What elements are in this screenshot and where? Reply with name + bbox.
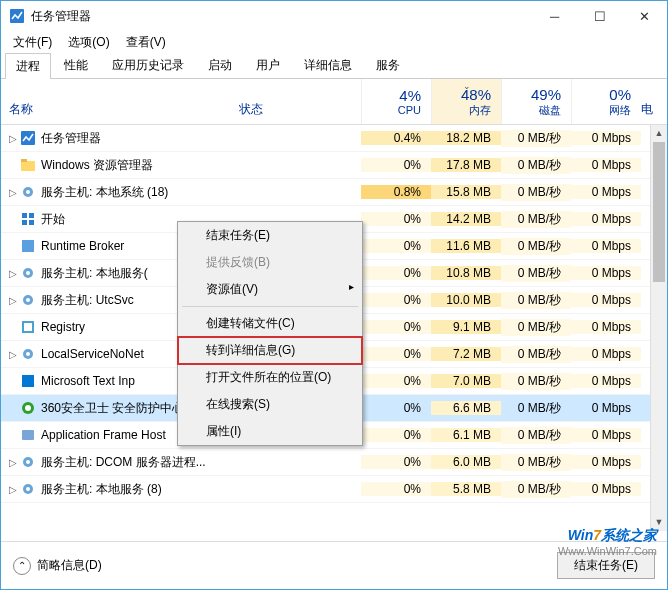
titlebar[interactable]: 任务管理器 ─ ☐ ✕ bbox=[1, 1, 667, 31]
network-cell: 0 Mbps bbox=[571, 320, 641, 334]
network-cell: 0 Mbps bbox=[571, 131, 641, 145]
process-icon bbox=[19, 319, 37, 335]
process-name: 服务主机: DCOM 服务器进程... bbox=[37, 454, 361, 471]
scroll-thumb[interactable] bbox=[653, 142, 665, 282]
expand-icon[interactable]: ▷ bbox=[1, 133, 19, 144]
expand-icon[interactable]: ▷ bbox=[1, 187, 19, 198]
expand-icon[interactable]: ▷ bbox=[1, 457, 19, 468]
tab-processes[interactable]: 进程 bbox=[5, 53, 51, 79]
header-extra[interactable]: 电 bbox=[641, 79, 661, 124]
cpu-cell: 0% bbox=[361, 158, 431, 172]
memory-cell: 18.2 MB bbox=[431, 131, 501, 145]
table-row[interactable]: ▷服务主机: DCOM 服务器进程...0%6.0 MB0 MB/秒0 Mbps bbox=[1, 449, 667, 476]
network-cell: 0 Mbps bbox=[571, 212, 641, 226]
task-manager-window: 任务管理器 ─ ☐ ✕ 文件(F) 选项(O) 查看(V) 进程 性能 应用历史… bbox=[0, 0, 668, 590]
memory-cell: 17.8 MB bbox=[431, 158, 501, 172]
scrollbar[interactable]: ▲ ▼ bbox=[650, 125, 667, 531]
ctx-search-online[interactable]: 在线搜索(S) bbox=[178, 391, 362, 418]
svg-rect-9 bbox=[29, 220, 34, 225]
svg-point-21 bbox=[25, 405, 31, 411]
disk-cell: 0 MB/秒 bbox=[501, 427, 571, 444]
table-row[interactable]: ▷服务主机: 本地服务 (8)0%5.8 MB0 MB/秒0 Mbps bbox=[1, 476, 667, 503]
network-cell: 0 Mbps bbox=[571, 185, 641, 199]
close-button[interactable]: ✕ bbox=[622, 1, 667, 31]
network-cell: 0 Mbps bbox=[571, 482, 641, 496]
tab-startup[interactable]: 启动 bbox=[197, 52, 243, 78]
tab-app-history[interactable]: 应用历史记录 bbox=[101, 52, 195, 78]
disk-cell: 0 MB/秒 bbox=[501, 265, 571, 282]
network-cell: 0 Mbps bbox=[571, 293, 641, 307]
memory-cell: 10.8 MB bbox=[431, 266, 501, 280]
cpu-cell: 0% bbox=[361, 401, 431, 415]
expand-icon[interactable]: ▷ bbox=[1, 349, 19, 360]
expand-icon[interactable]: ▷ bbox=[1, 484, 19, 495]
svg-point-14 bbox=[26, 298, 30, 302]
svg-point-12 bbox=[26, 271, 30, 275]
header-cpu[interactable]: 4% CPU bbox=[361, 79, 431, 124]
network-cell: 0 Mbps bbox=[571, 401, 641, 415]
network-cell: 0 Mbps bbox=[571, 347, 641, 361]
ctx-open-location[interactable]: 打开文件所在的位置(O) bbox=[178, 364, 362, 391]
tab-details[interactable]: 详细信息 bbox=[293, 52, 363, 78]
network-cell: 0 Mbps bbox=[571, 428, 641, 442]
ctx-feedback: 提供反馈(B) bbox=[178, 249, 362, 276]
process-icon bbox=[19, 427, 37, 443]
menubar: 文件(F) 选项(O) 查看(V) bbox=[1, 31, 667, 53]
memory-cell: 5.8 MB bbox=[431, 482, 501, 496]
cpu-cell: 0% bbox=[361, 212, 431, 226]
ctx-goto-details[interactable]: 转到详细信息(G) bbox=[178, 337, 362, 364]
menu-options[interactable]: 选项(O) bbox=[60, 32, 117, 53]
table-row[interactable]: Windows 资源管理器0%17.8 MB0 MB/秒0 Mbps bbox=[1, 152, 667, 179]
menu-view[interactable]: 查看(V) bbox=[118, 32, 174, 53]
end-task-button[interactable]: 结束任务(E) bbox=[557, 552, 655, 579]
tab-performance[interactable]: 性能 bbox=[53, 52, 99, 78]
svg-rect-19 bbox=[22, 375, 34, 387]
svg-rect-10 bbox=[22, 240, 34, 252]
scroll-up-icon[interactable]: ▲ bbox=[651, 125, 667, 142]
memory-cell: 15.8 MB bbox=[431, 185, 501, 199]
disk-cell: 0 MB/秒 bbox=[501, 238, 571, 255]
network-cell: 0 Mbps bbox=[571, 239, 641, 253]
process-icon bbox=[19, 265, 37, 281]
svg-rect-6 bbox=[22, 213, 27, 218]
tabbar: 进程 性能 应用历史记录 启动 用户 详细信息 服务 bbox=[1, 53, 667, 79]
process-icon bbox=[19, 130, 37, 146]
context-menu: 结束任务(E) 提供反馈(B) 资源值(V) 创建转储文件(C) 转到详细信息(… bbox=[177, 221, 363, 446]
memory-cell: 7.2 MB bbox=[431, 347, 501, 361]
svg-point-24 bbox=[26, 460, 30, 464]
cpu-cell: 0% bbox=[361, 320, 431, 334]
tab-services[interactable]: 服务 bbox=[365, 52, 411, 78]
sort-indicator-icon: ⌄ bbox=[463, 81, 471, 91]
app-icon bbox=[9, 8, 25, 24]
ctx-create-dump[interactable]: 创建转储文件(C) bbox=[178, 310, 362, 337]
header-network[interactable]: 0% 网络 bbox=[571, 79, 641, 124]
table-row[interactable]: ▷任务管理器0.4%18.2 MB0 MB/秒0 Mbps bbox=[1, 125, 667, 152]
column-headers: 名称 状态 4% CPU ⌄ 48% 内存 49% 磁盘 0% 网络 电 bbox=[1, 79, 667, 125]
cpu-cell: 0.8% bbox=[361, 185, 431, 199]
ctx-properties[interactable]: 属性(I) bbox=[178, 418, 362, 445]
process-icon bbox=[19, 184, 37, 200]
tab-users[interactable]: 用户 bbox=[245, 52, 291, 78]
network-cell: 0 Mbps bbox=[571, 158, 641, 172]
header-memory[interactable]: ⌄ 48% 内存 bbox=[431, 79, 501, 124]
disk-cell: 0 MB/秒 bbox=[501, 157, 571, 174]
expand-icon[interactable]: ▷ bbox=[1, 268, 19, 279]
ctx-resource-values[interactable]: 资源值(V) bbox=[178, 276, 362, 303]
expand-icon[interactable]: ▷ bbox=[1, 295, 19, 306]
scroll-down-icon[interactable]: ▼ bbox=[651, 514, 667, 531]
table-row[interactable]: ▷服务主机: 本地系统 (18)0.8%15.8 MB0 MB/秒0 Mbps bbox=[1, 179, 667, 206]
process-icon bbox=[19, 238, 37, 254]
header-disk[interactable]: 49% 磁盘 bbox=[501, 79, 571, 124]
header-status[interactable]: 状态 bbox=[231, 79, 361, 124]
minimize-button[interactable]: ─ bbox=[532, 1, 577, 31]
ctx-end-task[interactable]: 结束任务(E) bbox=[178, 222, 362, 249]
maximize-button[interactable]: ☐ bbox=[577, 1, 622, 31]
header-name[interactable]: 名称 bbox=[1, 79, 231, 124]
process-icon bbox=[19, 373, 37, 389]
fewer-details[interactable]: ⌃ 简略信息(D) bbox=[13, 557, 102, 575]
network-cell: 0 Mbps bbox=[571, 266, 641, 280]
menu-file[interactable]: 文件(F) bbox=[5, 32, 60, 53]
memory-cell: 10.0 MB bbox=[431, 293, 501, 307]
svg-rect-8 bbox=[22, 220, 27, 225]
cpu-cell: 0% bbox=[361, 239, 431, 253]
